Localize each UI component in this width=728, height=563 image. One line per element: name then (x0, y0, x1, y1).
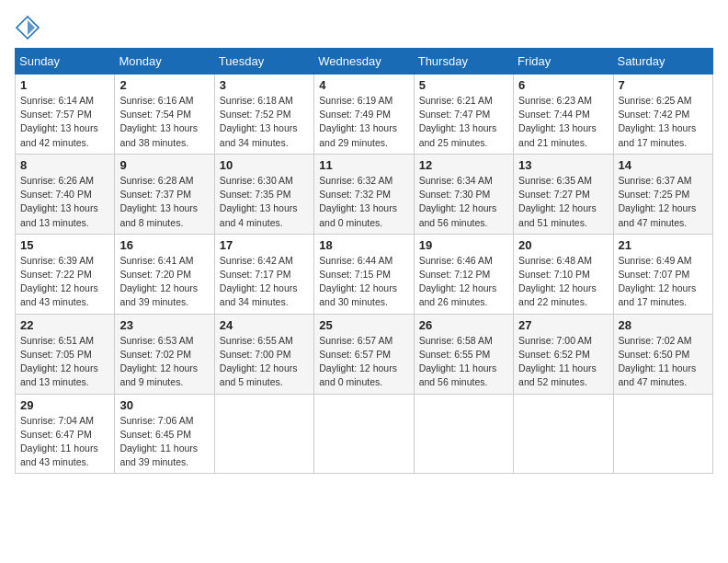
day-number: 20 (518, 238, 608, 252)
day-number: 25 (319, 318, 408, 332)
day-detail: Sunrise: 6:51 AM Sunset: 7:05 PM Dayligh… (20, 334, 109, 390)
calendar-cell: 26Sunrise: 6:58 AM Sunset: 6:55 PM Dayli… (414, 314, 513, 394)
calendar-header-row: SundayMondayTuesdayWednesdayThursdayFrid… (16, 49, 713, 75)
day-detail: Sunrise: 6:41 AM Sunset: 7:20 PM Dayligh… (119, 254, 209, 310)
calendar-week-row: 8Sunrise: 6:26 AM Sunset: 7:40 PM Daylig… (16, 154, 713, 234)
day-detail: Sunrise: 6:37 AM Sunset: 7:25 PM Dayligh… (619, 174, 708, 230)
calendar-cell: 27Sunrise: 7:00 AM Sunset: 6:52 PM Dayli… (514, 314, 613, 394)
calendar-cell: 5Sunrise: 6:21 AM Sunset: 7:47 PM Daylig… (414, 75, 513, 155)
calendar-cell: 3Sunrise: 6:18 AM Sunset: 7:52 PM Daylig… (214, 75, 313, 155)
day-number: 30 (119, 398, 209, 412)
calendar-cell: 23Sunrise: 6:53 AM Sunset: 7:02 PM Dayli… (115, 314, 214, 394)
calendar-cell: 19Sunrise: 6:46 AM Sunset: 7:12 PM Dayli… (414, 234, 513, 314)
day-detail: Sunrise: 7:06 AM Sunset: 6:45 PM Dayligh… (119, 414, 209, 470)
day-detail: Sunrise: 6:25 AM Sunset: 7:42 PM Dayligh… (619, 94, 708, 150)
calendar-cell: 21Sunrise: 6:49 AM Sunset: 7:07 PM Dayli… (613, 234, 712, 314)
calendar-cell: 2Sunrise: 6:16 AM Sunset: 7:54 PM Daylig… (115, 75, 214, 155)
logo (15, 15, 44, 40)
day-detail: Sunrise: 6:30 AM Sunset: 7:35 PM Dayligh… (220, 174, 309, 230)
calendar-cell (613, 394, 712, 474)
day-detail: Sunrise: 6:58 AM Sunset: 6:55 PM Dayligh… (419, 334, 508, 390)
day-number: 5 (419, 78, 508, 92)
calendar-cell: 12Sunrise: 6:34 AM Sunset: 7:30 PM Dayli… (414, 154, 513, 234)
day-number: 8 (20, 158, 109, 172)
day-detail: Sunrise: 6:19 AM Sunset: 7:49 PM Dayligh… (319, 94, 408, 150)
calendar-table: SundayMondayTuesdayWednesdayThursdayFrid… (15, 48, 713, 474)
logo-icon (15, 15, 40, 40)
calendar-cell: 9Sunrise: 6:28 AM Sunset: 7:37 PM Daylig… (115, 154, 214, 234)
day-number: 7 (619, 78, 708, 92)
day-detail: Sunrise: 6:48 AM Sunset: 7:10 PM Dayligh… (518, 254, 608, 310)
day-detail: Sunrise: 6:26 AM Sunset: 7:40 PM Dayligh… (20, 174, 109, 230)
day-number: 26 (419, 318, 508, 332)
day-number: 16 (119, 238, 209, 252)
calendar-cell: 4Sunrise: 6:19 AM Sunset: 7:49 PM Daylig… (314, 75, 414, 155)
day-number: 18 (319, 238, 408, 252)
page-header (15, 15, 713, 40)
day-number: 1 (20, 78, 109, 92)
day-number: 2 (119, 78, 209, 92)
col-header-monday: Monday (115, 49, 214, 75)
calendar-cell: 8Sunrise: 6:26 AM Sunset: 7:40 PM Daylig… (16, 154, 115, 234)
day-detail: Sunrise: 6:18 AM Sunset: 7:52 PM Dayligh… (220, 94, 309, 150)
col-header-sunday: Sunday (16, 49, 115, 75)
day-number: 15 (20, 238, 109, 252)
col-header-wednesday: Wednesday (314, 49, 414, 75)
calendar-cell: 28Sunrise: 7:02 AM Sunset: 6:50 PM Dayli… (613, 314, 712, 394)
day-detail: Sunrise: 7:02 AM Sunset: 6:50 PM Dayligh… (619, 334, 708, 390)
day-detail: Sunrise: 6:57 AM Sunset: 6:57 PM Dayligh… (319, 334, 408, 390)
col-header-tuesday: Tuesday (214, 49, 313, 75)
calendar-week-row: 15Sunrise: 6:39 AM Sunset: 7:22 PM Dayli… (16, 234, 713, 314)
calendar-cell (514, 394, 613, 474)
day-number: 28 (619, 318, 708, 332)
day-number: 27 (518, 318, 608, 332)
calendar-cell: 1Sunrise: 6:14 AM Sunset: 7:57 PM Daylig… (16, 75, 115, 155)
calendar-cell (414, 394, 513, 474)
day-detail: Sunrise: 7:04 AM Sunset: 6:47 PM Dayligh… (20, 414, 109, 470)
calendar-week-row: 22Sunrise: 6:51 AM Sunset: 7:05 PM Dayli… (16, 314, 713, 394)
day-detail: Sunrise: 6:42 AM Sunset: 7:17 PM Dayligh… (220, 254, 309, 310)
col-header-thursday: Thursday (414, 49, 513, 75)
day-detail: Sunrise: 6:49 AM Sunset: 7:07 PM Dayligh… (619, 254, 708, 310)
col-header-saturday: Saturday (613, 49, 712, 75)
day-detail: Sunrise: 6:46 AM Sunset: 7:12 PM Dayligh… (419, 254, 508, 310)
day-number: 14 (619, 158, 708, 172)
day-detail: Sunrise: 6:44 AM Sunset: 7:15 PM Dayligh… (319, 254, 408, 310)
day-detail: Sunrise: 7:00 AM Sunset: 6:52 PM Dayligh… (518, 334, 608, 390)
calendar-cell (314, 394, 414, 474)
day-number: 13 (518, 158, 608, 172)
calendar-cell: 11Sunrise: 6:32 AM Sunset: 7:32 PM Dayli… (314, 154, 414, 234)
day-number: 6 (518, 78, 608, 92)
day-number: 19 (419, 238, 508, 252)
day-number: 23 (119, 318, 209, 332)
day-number: 12 (419, 158, 508, 172)
calendar-cell: 29Sunrise: 7:04 AM Sunset: 6:47 PM Dayli… (16, 394, 115, 474)
day-detail: Sunrise: 6:34 AM Sunset: 7:30 PM Dayligh… (419, 174, 508, 230)
calendar-cell: 16Sunrise: 6:41 AM Sunset: 7:20 PM Dayli… (115, 234, 214, 314)
day-detail: Sunrise: 6:35 AM Sunset: 7:27 PM Dayligh… (518, 174, 608, 230)
day-detail: Sunrise: 6:55 AM Sunset: 7:00 PM Dayligh… (220, 334, 309, 390)
day-number: 24 (220, 318, 309, 332)
calendar-cell: 18Sunrise: 6:44 AM Sunset: 7:15 PM Dayli… (314, 234, 414, 314)
day-number: 4 (319, 78, 408, 92)
day-detail: Sunrise: 6:53 AM Sunset: 7:02 PM Dayligh… (119, 334, 209, 390)
day-detail: Sunrise: 6:21 AM Sunset: 7:47 PM Dayligh… (419, 94, 508, 150)
day-number: 21 (619, 238, 708, 252)
calendar-cell: 22Sunrise: 6:51 AM Sunset: 7:05 PM Dayli… (16, 314, 115, 394)
day-detail: Sunrise: 6:16 AM Sunset: 7:54 PM Dayligh… (119, 94, 209, 150)
day-detail: Sunrise: 6:32 AM Sunset: 7:32 PM Dayligh… (319, 174, 408, 230)
calendar-cell: 15Sunrise: 6:39 AM Sunset: 7:22 PM Dayli… (16, 234, 115, 314)
day-detail: Sunrise: 6:14 AM Sunset: 7:57 PM Dayligh… (20, 94, 109, 150)
day-number: 17 (220, 238, 309, 252)
day-number: 9 (119, 158, 209, 172)
calendar-cell: 10Sunrise: 6:30 AM Sunset: 7:35 PM Dayli… (214, 154, 313, 234)
calendar-cell: 17Sunrise: 6:42 AM Sunset: 7:17 PM Dayli… (214, 234, 313, 314)
calendar-cell (214, 394, 313, 474)
day-number: 22 (20, 318, 109, 332)
calendar-cell: 20Sunrise: 6:48 AM Sunset: 7:10 PM Dayli… (514, 234, 613, 314)
calendar-cell: 25Sunrise: 6:57 AM Sunset: 6:57 PM Dayli… (314, 314, 414, 394)
calendar-week-row: 1Sunrise: 6:14 AM Sunset: 7:57 PM Daylig… (16, 75, 713, 155)
calendar-cell: 14Sunrise: 6:37 AM Sunset: 7:25 PM Dayli… (613, 154, 712, 234)
day-detail: Sunrise: 6:39 AM Sunset: 7:22 PM Dayligh… (20, 254, 109, 310)
calendar-cell: 24Sunrise: 6:55 AM Sunset: 7:00 PM Dayli… (214, 314, 313, 394)
